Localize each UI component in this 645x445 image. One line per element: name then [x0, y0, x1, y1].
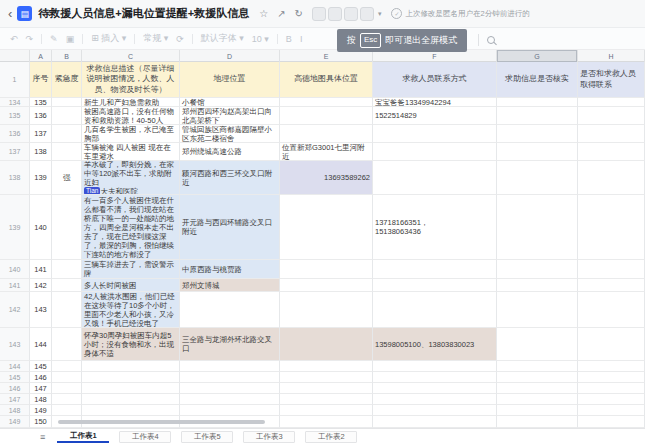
- cell[interactable]: [180, 394, 280, 405]
- cell[interactable]: [578, 383, 645, 394]
- cell[interactable]: 149: [30, 405, 52, 416]
- row-number[interactable]: 134: [0, 98, 30, 107]
- italic-button[interactable]: I: [300, 34, 303, 44]
- cell[interactable]: [52, 394, 82, 405]
- cell[interactable]: [280, 98, 373, 107]
- font-size-menu[interactable]: 10 ▾: [252, 34, 269, 44]
- share-icon[interactable]: ↗: [277, 8, 285, 19]
- cell[interactable]: [280, 361, 373, 372]
- cell[interactable]: [52, 383, 82, 394]
- cell[interactable]: [497, 383, 578, 394]
- search-icon[interactable]: [487, 36, 495, 44]
- cell[interactable]: [578, 416, 645, 428]
- cell[interactable]: [497, 394, 578, 405]
- cell[interactable]: [280, 328, 373, 361]
- cell[interactable]: 中原西路与桃贾路: [180, 260, 280, 279]
- cell[interactable]: 小餐馆: [180, 98, 280, 107]
- cell[interactable]: [497, 143, 578, 161]
- row-number[interactable]: 136: [0, 125, 30, 143]
- history-icon[interactable]: ↻: [295, 8, 303, 19]
- cell[interactable]: 142: [30, 279, 52, 292]
- cell[interactable]: [578, 98, 645, 107]
- cell[interactable]: [578, 279, 645, 292]
- chevron-down-icon[interactable]: ▾: [378, 10, 382, 18]
- cell[interactable]: 136: [30, 107, 52, 125]
- cell[interactable]: 138: [30, 143, 52, 161]
- cell[interactable]: 多人长时间被困: [82, 279, 180, 292]
- cell[interactable]: [497, 161, 578, 195]
- cell[interactable]: [373, 394, 497, 405]
- cell[interactable]: [578, 125, 645, 143]
- cell[interactable]: [52, 98, 82, 107]
- cell[interactable]: [280, 394, 373, 405]
- cell[interactable]: 位置新郑G3001七里河附近: [280, 143, 373, 161]
- row-number[interactable]: 145: [0, 372, 30, 383]
- cell[interactable]: 求助信息是否核实: [497, 62, 578, 98]
- cell[interactable]: [578, 260, 645, 279]
- cell[interactable]: 是否和求救人员取得联系: [578, 62, 645, 98]
- cell[interactable]: [373, 161, 497, 195]
- cell[interactable]: 13598005100、13803830023: [373, 328, 497, 361]
- column-header-C[interactable]: C: [82, 50, 180, 62]
- cell[interactable]: 新生儿和产妇急需救助: [82, 98, 180, 107]
- cell[interactable]: [280, 292, 373, 328]
- cell[interactable]: [373, 260, 497, 279]
- column-header-A[interactable]: A: [30, 50, 52, 62]
- cell[interactable]: [373, 143, 497, 161]
- cell[interactable]: [82, 405, 180, 416]
- sheet-tab[interactable]: 工作表5: [181, 431, 233, 443]
- cell[interactable]: [280, 260, 373, 279]
- cell[interactable]: [497, 416, 578, 428]
- cell[interactable]: [373, 292, 497, 328]
- cell[interactable]: [373, 279, 497, 292]
- cell[interactable]: [497, 195, 578, 260]
- cell[interactable]: 三全路与龙湖外环北路交叉口: [180, 328, 280, 361]
- cell[interactable]: [52, 260, 82, 279]
- cell[interactable]: 140: [30, 195, 52, 260]
- cell[interactable]: [180, 372, 280, 383]
- row-number[interactable]: 135: [0, 107, 30, 125]
- sheet-list-icon[interactable]: ≡: [40, 432, 45, 442]
- avatar[interactable]: [328, 7, 342, 21]
- cell[interactable]: 146: [30, 372, 52, 383]
- refresh-icon[interactable]: ⟳: [176, 34, 184, 44]
- cell[interactable]: [497, 372, 578, 383]
- cell[interactable]: [373, 405, 497, 416]
- select-all-corner[interactable]: [0, 50, 30, 62]
- cell[interactable]: [497, 279, 578, 292]
- cell[interactable]: [578, 405, 645, 416]
- cell[interactable]: [497, 328, 578, 361]
- cell[interactable]: [280, 125, 373, 143]
- cell[interactable]: 有一百多个人被困住现在什么都看不清，我们现在站在桥底下唯一的一处能站的地方，四周…: [82, 195, 180, 260]
- horizontal-scrollbar[interactable]: [58, 420, 265, 424]
- cell[interactable]: [280, 383, 373, 394]
- cell[interactable]: 被困高速路口，没有任何物资和救助资源！40-50人: [82, 107, 180, 125]
- cell[interactable]: [280, 405, 373, 416]
- cell[interactable]: [280, 372, 373, 383]
- cell[interactable]: 颍河西路和西三环交叉口附近: [180, 161, 280, 195]
- cell[interactable]: [82, 394, 180, 405]
- column-header-B[interactable]: B: [52, 50, 82, 62]
- cell[interactable]: 郑州绕城高速公路: [180, 143, 280, 161]
- cell[interactable]: 150: [30, 416, 52, 428]
- undo-icon[interactable]: ↶: [10, 34, 18, 44]
- redo-icon[interactable]: ↷: [26, 34, 34, 44]
- cell[interactable]: 141: [30, 260, 52, 279]
- cell[interactable]: [52, 195, 82, 260]
- cell[interactable]: 三辆车掉进去了，需设警示牌: [82, 260, 180, 279]
- cell[interactable]: [280, 107, 373, 125]
- cell[interactable]: 序号: [30, 62, 52, 98]
- cell[interactable]: [180, 405, 280, 416]
- cell[interactable]: 紧急度: [52, 62, 82, 98]
- cell[interactable]: 137: [30, 125, 52, 143]
- star-icon[interactable]: ☆: [259, 8, 268, 19]
- cell[interactable]: [578, 143, 645, 161]
- back-icon[interactable]: ‹: [8, 7, 12, 20]
- row-number[interactable]: 143: [0, 328, 30, 361]
- cell[interactable]: [373, 383, 497, 394]
- cell[interactable]: 求救人员联系方式: [373, 62, 497, 98]
- avatar[interactable]: [312, 7, 326, 21]
- cell[interactable]: 143: [30, 292, 52, 328]
- cell[interactable]: [373, 372, 497, 383]
- cell[interactable]: [578, 195, 645, 260]
